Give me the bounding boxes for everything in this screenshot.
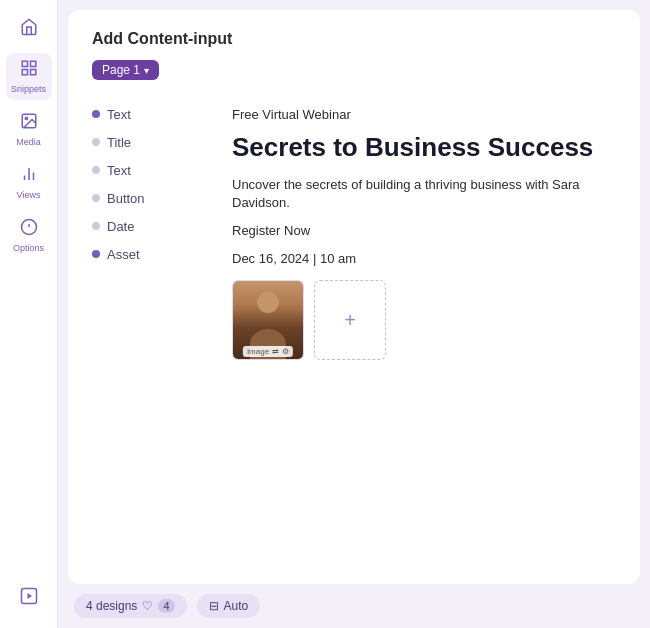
sidebar-item-views[interactable]: Views xyxy=(6,159,52,206)
svg-point-5 xyxy=(25,117,27,119)
field-label-asset: Asset xyxy=(107,247,140,262)
asset-image-box[interactable]: Image ⇄ ⚙ xyxy=(232,280,304,360)
field-dot-asset xyxy=(92,250,100,258)
field-label-button: Button xyxy=(107,191,145,206)
field-label-date: Date xyxy=(107,219,134,234)
designs-button[interactable]: 4 designs ♡ 4 xyxy=(74,594,187,618)
snippets-icon xyxy=(20,59,38,82)
designs-count: 4 xyxy=(158,599,174,613)
asset-add-button[interactable]: + xyxy=(314,280,386,360)
preview-asset-row: Image ⇄ ⚙ + xyxy=(232,272,616,368)
preview-date: Dec 16, 2024 | 10 am xyxy=(232,244,616,272)
preview-description: Uncover the secrets of building a thrivi… xyxy=(232,172,616,216)
person-head xyxy=(257,291,279,313)
preview-title: Secrets to Business Success xyxy=(232,132,593,163)
preview-subtitle: Free Virtual Webinar xyxy=(232,100,616,128)
image-swap-icon: ⇄ xyxy=(272,347,279,356)
field-dot-title xyxy=(92,138,100,146)
field-row-date[interactable]: Date xyxy=(92,212,222,240)
sidebar-item-play[interactable] xyxy=(6,581,52,616)
field-row-text1[interactable]: Text xyxy=(92,100,222,128)
svg-marker-13 xyxy=(27,593,32,599)
fields-list: Text Title Text Button xyxy=(92,100,222,368)
field-dot-text1 xyxy=(92,110,100,118)
field-dot-button xyxy=(92,194,100,202)
field-label-text2: Text xyxy=(107,163,131,178)
auto-label: Auto xyxy=(224,599,249,613)
play-icon xyxy=(20,587,38,610)
views-icon xyxy=(20,165,38,188)
media-icon xyxy=(20,112,38,135)
heart-icon: ♡ xyxy=(142,599,153,613)
asset-image-label: Image ⇄ ⚙ xyxy=(243,346,293,357)
chevron-down-icon: ▾ xyxy=(144,65,149,76)
main-content: Add Content-input Page 1 ▾ Text Title xyxy=(58,0,650,628)
snippets-label: Snippets xyxy=(11,84,46,94)
page-title: Add Content-input xyxy=(92,30,616,48)
sidebar-item-snippets[interactable]: Snippets xyxy=(6,53,52,100)
views-label: Views xyxy=(17,190,41,200)
bottom-bar: 4 designs ♡ 4 ⊟ Auto xyxy=(58,584,650,628)
designs-label: 4 designs xyxy=(86,599,137,613)
home-icon xyxy=(20,18,38,41)
options-icon xyxy=(20,218,38,241)
field-label-title: Title xyxy=(107,135,131,150)
content-preview: Free Virtual Webinar Secrets to Business… xyxy=(222,100,616,368)
content-area: Add Content-input Page 1 ▾ Text Title xyxy=(68,10,640,584)
svg-rect-0 xyxy=(22,61,27,66)
preview-title-row: Secrets to Business Success xyxy=(232,128,616,172)
page-badge[interactable]: Page 1 ▾ xyxy=(92,60,159,80)
fields-section: Text Title Text Button xyxy=(92,100,616,368)
field-row-asset[interactable]: Asset xyxy=(92,240,222,268)
field-dot-date xyxy=(92,222,100,230)
field-label-text1: Text xyxy=(107,107,131,122)
sidebar: Snippets Media Views xyxy=(0,0,58,628)
svg-rect-3 xyxy=(30,70,35,75)
svg-rect-2 xyxy=(22,70,27,75)
sidebar-item-options[interactable]: Options xyxy=(6,212,52,259)
page-label: Page 1 xyxy=(102,63,140,77)
sidebar-item-home[interactable] xyxy=(6,12,52,47)
field-row-title[interactable]: Title xyxy=(92,128,222,156)
field-row-text2[interactable]: Text xyxy=(92,156,222,184)
image-label-text: Image xyxy=(247,347,269,356)
media-label: Media xyxy=(16,137,41,147)
sidebar-item-media[interactable]: Media xyxy=(6,106,52,153)
auto-button[interactable]: ⊟ Auto xyxy=(197,594,261,618)
field-dot-text2 xyxy=(92,166,100,174)
preview-button-text: Register Now xyxy=(232,216,616,244)
sliders-icon: ⊟ xyxy=(209,599,219,613)
image-settings-icon: ⚙ xyxy=(282,347,289,356)
plus-icon: + xyxy=(344,309,356,332)
svg-rect-1 xyxy=(30,61,35,66)
options-label: Options xyxy=(13,243,44,253)
field-row-button[interactable]: Button xyxy=(92,184,222,212)
